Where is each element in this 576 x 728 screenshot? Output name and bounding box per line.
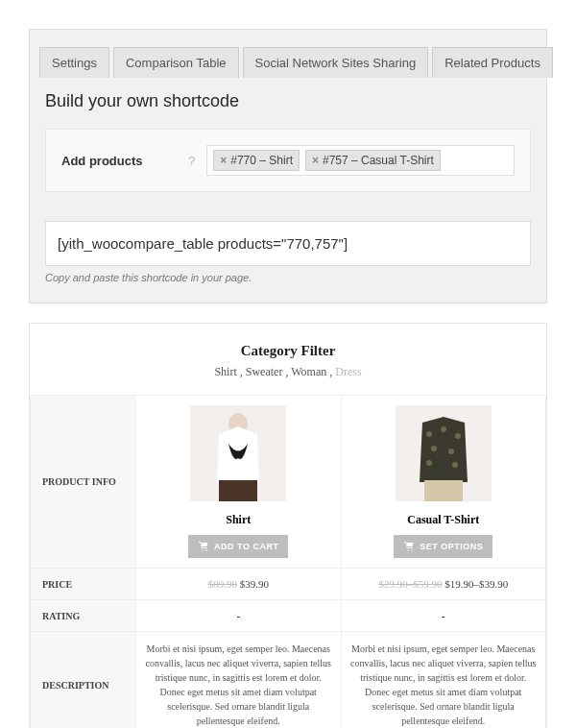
cart-icon — [198, 541, 209, 552]
compare-table: PRODUCT INFO Shirt ADD TO CART — [30, 395, 546, 728]
tag-remove-icon[interactable]: × — [220, 154, 227, 167]
category-filter-title: Category Filter — [30, 343, 546, 359]
compare-preview: Category Filter Shirt , Sweater , Woman … — [29, 323, 547, 728]
row-header-description: DESCRIPTION — [31, 632, 136, 729]
field-label: Add products — [61, 154, 177, 168]
tab-related[interactable]: Related Products — [432, 47, 553, 78]
product-image[interactable] — [396, 405, 492, 501]
svg-point-11 — [426, 460, 432, 466]
svg-point-10 — [448, 449, 454, 454]
tag-label: #757 – Casual T-Shirt — [323, 154, 434, 167]
row-header-rating: RATING — [31, 600, 136, 632]
price-new: $39.90 — [237, 578, 269, 590]
help-icon[interactable]: ? — [188, 154, 195, 168]
section-title: Build your own shortcode — [30, 78, 546, 129]
products-tag-input[interactable]: × #770 – Shirt × #757 – Casual T-Shirt — [206, 145, 515, 176]
cart-icon — [403, 541, 415, 552]
add-to-cart-button[interactable]: ADD TO CART — [188, 535, 288, 558]
row-header-price: PRICE — [31, 569, 136, 600]
svg-point-4 — [205, 549, 207, 551]
category-link-dim[interactable]: Dress — [332, 365, 361, 378]
row-header-info: PRODUCT INFO — [31, 396, 136, 569]
shortcode-hint: Copy and paste this shortcode in your pa… — [45, 272, 531, 283]
product-image[interactable] — [190, 405, 286, 501]
svg-point-8 — [455, 433, 461, 439]
tabs: Settings Comparison Table Social Network… — [30, 30, 546, 78]
add-products-field: Add products ? × #770 – Shirt × #757 – C… — [45, 129, 531, 192]
description-cell: Morbi et nisi ipsum, eget semper leo. Ma… — [136, 632, 342, 729]
rating-cell: - — [341, 600, 546, 632]
description-cell: Morbi et nisi ipsum, eget semper leo. Ma… — [341, 632, 546, 729]
tag-label: #770 – Shirt — [230, 154, 293, 167]
svg-point-9 — [431, 446, 437, 451]
price-old: $29.90–$59.90 — [378, 578, 442, 590]
product-name: Casual T-Shirt — [349, 513, 539, 527]
product-tag: × #770 – Shirt — [213, 150, 300, 171]
price-old: $89.90 — [208, 578, 237, 590]
svg-point-6 — [426, 431, 432, 437]
button-label: ADD TO CART — [214, 542, 278, 551]
set-options-button[interactable]: SET OPTIONS — [394, 535, 492, 558]
price-cell: $89.90 $39.90 — [136, 569, 342, 600]
price-cell: $29.90–$59.90 $19.90–$39.90 — [341, 569, 546, 600]
price-new: $19.90–$39.90 — [442, 578, 508, 590]
svg-point-3 — [202, 549, 204, 551]
svg-point-15 — [411, 549, 413, 551]
tab-social[interactable]: Social Network Sites Sharing — [243, 47, 429, 78]
product-info-cell: Casual T-Shirt SET OPTIONS — [341, 396, 546, 569]
svg-rect-13 — [424, 480, 463, 501]
button-label: SET OPTIONS — [420, 542, 483, 551]
category-link-list[interactable]: Shirt , Sweater , Woman , — [214, 365, 332, 378]
product-tag: × #757 – Casual T-Shirt — [305, 150, 441, 171]
tab-settings[interactable]: Settings — [39, 47, 109, 78]
rating-cell: - — [136, 600, 342, 632]
svg-point-7 — [441, 426, 446, 432]
product-name: Shirt — [144, 513, 333, 527]
tag-remove-icon[interactable]: × — [312, 154, 319, 167]
category-filter-links[interactable]: Shirt , Sweater , Woman , Dress — [30, 365, 546, 379]
product-info-cell: Shirt ADD TO CART — [136, 396, 342, 569]
svg-point-12 — [452, 462, 458, 468]
svg-rect-2 — [219, 480, 257, 501]
shortcode-output[interactable]: [yith_woocompare_table products="770,757… — [45, 221, 531, 266]
tab-comparison[interactable]: Comparison Table — [113, 47, 239, 78]
settings-panel: Settings Comparison Table Social Network… — [29, 29, 547, 303]
svg-point-14 — [407, 549, 409, 551]
